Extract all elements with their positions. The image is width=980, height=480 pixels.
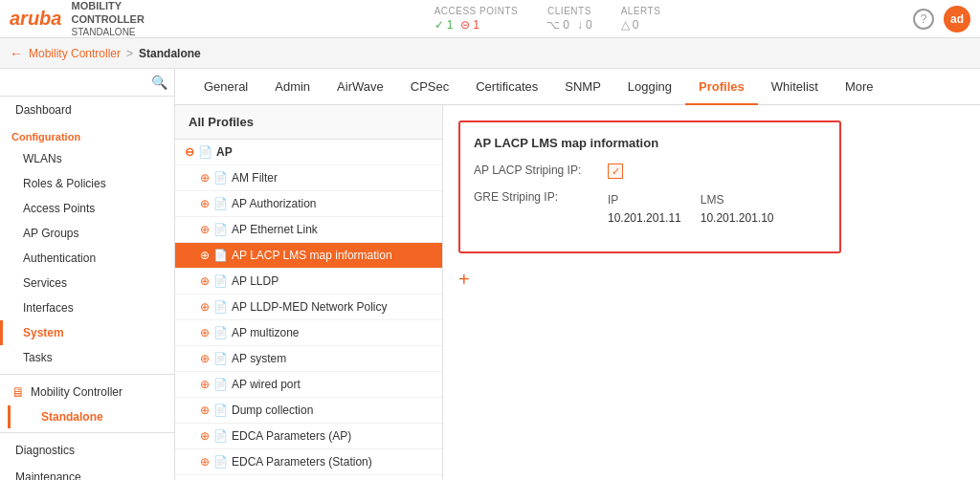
detail-row-gre: GRE Striping IP: IP LMS [474, 190, 826, 227]
diagnostics-label: Diagnostics [15, 444, 75, 457]
profile-item-ap-auth[interactable]: ⊕ 📄 AP Authorization [175, 191, 442, 217]
ap-lldp-expand-icon: ⊕ [200, 274, 210, 288]
striping-ip-value: ✓ [608, 164, 623, 179]
search-icon[interactable]: 🔍 [151, 75, 167, 90]
profile-item-ap-lldp[interactable]: ⊕ 📄 AP LLDP [175, 269, 442, 295]
stat-alerts-label: ALERTS [621, 6, 661, 16]
stat-clients-wifi: ⌥ 0 [546, 18, 569, 32]
stat-ap-label: ACCESS POINTS [434, 6, 519, 16]
ap-eth-folder-icon: 📄 [213, 223, 228, 236]
tab-certificates[interactable]: Certificates [462, 70, 551, 105]
ap-auth-expand-icon: ⊕ [200, 197, 210, 210]
profile-edca-sta-label: EDCA Parameters (Station) [232, 455, 372, 469]
profile-ap-multizone-label: AP multizone [232, 326, 299, 339]
tab-airwave[interactable]: AirWave [323, 70, 397, 105]
profile-item-ap[interactable]: ⊖ 📄 AP [175, 140, 442, 165]
main-layout: 🔍 Dashboard Configuration WLANs Roles & … [0, 69, 980, 480]
tab-admin[interactable]: Admin [261, 70, 323, 105]
ap-wired-folder-icon: 📄 [213, 378, 228, 391]
profiles-header: All Profiles [175, 105, 442, 140]
profile-am-filter-label: AM Filter [232, 171, 278, 185]
profile-edca-ap-label: EDCA Parameters (AP) [232, 429, 351, 443]
tab-profiles[interactable]: Profiles [685, 70, 758, 105]
header-stats: ACCESS POINTS ✓ 1 ⊝ 1 CLIENTS ⌥ 0 [182, 6, 913, 32]
gre-table: IP LMS 10.201.201.11 10.201.201.10 [608, 190, 793, 227]
breadcrumb-separator: > [126, 47, 133, 60]
controller-title: MOBILITY CONTROLLER [71, 0, 182, 26]
sidebar-mobility-controller[interactable]: 🖥 Mobility Controller [0, 379, 174, 405]
configuration-label: Configuration [11, 131, 80, 142]
profile-item-ap-wired[interactable]: ⊕ 📄 AP wired port [175, 372, 442, 398]
tab-logging[interactable]: Logging [614, 70, 685, 105]
striping-ip-checkbox[interactable]: ✓ [608, 164, 623, 179]
sidebar-item-maintenance[interactable]: Maintenance [0, 464, 174, 480]
details-box: AP LACP LMS map information AP LACP Stri… [458, 120, 841, 253]
help-icon[interactable]: ? [913, 9, 934, 30]
dump-expand-icon: ⊕ [200, 404, 210, 417]
back-arrow[interactable]: ← [10, 46, 23, 61]
sidebar-section-configuration: Configuration [0, 123, 174, 146]
profile-item-ap-multizone[interactable]: ⊕ 📄 AP multizone [175, 320, 442, 346]
sidebar-item-tasks[interactable]: Tasks [0, 345, 174, 370]
tab-snmp[interactable]: SNMP [551, 70, 614, 105]
alert-icon: △ [621, 18, 630, 32]
mc-icon: 🖥 [11, 384, 25, 400]
profile-item-mu-edca[interactable]: ⊕ 📄 MU EDCA Parameters [175, 475, 442, 480]
user-avatar[interactable]: ad [944, 6, 970, 33]
dashboard-label: Dashboard [15, 103, 72, 117]
search-input[interactable] [8, 76, 151, 89]
clients-wired-count: 0 [586, 18, 592, 32]
breadcrumb-parent[interactable]: Mobility Controller [29, 47, 121, 60]
sidebar-item-dashboard[interactable]: Dashboard [0, 97, 174, 123]
add-button[interactable]: + [458, 269, 470, 291]
ap-system-expand-icon: ⊕ [200, 352, 210, 365]
profile-ap-label: AP [216, 145, 233, 159]
sidebar-item-diagnostics[interactable]: Diagnostics [0, 437, 174, 464]
detail-row-striping-ip: AP LACP Striping IP: ✓ [474, 164, 826, 179]
profile-item-ap-system[interactable]: ⊕ 📄 AP system [175, 346, 442, 372]
profile-item-ap-lldp-med[interactable]: ⊕ 📄 AP LLDP-MED Network Policy [175, 295, 442, 320]
sidebar-item-wlans[interactable]: WLANs [0, 146, 174, 171]
sidebar-standalone[interactable]: Standalone [8, 405, 174, 428]
sidebar-item-access-points[interactable]: Access Points [0, 196, 174, 221]
ap-eth-expand-icon: ⊕ [200, 223, 210, 236]
tab-more[interactable]: More [832, 70, 887, 105]
profile-item-am-filter[interactable]: ⊕ 📄 AM Filter [175, 165, 442, 191]
ap-ok-count: 1 [447, 18, 454, 32]
profiles-panel: All Profiles ⊖ 📄 AP ⊕ 📄 AM Filter ⊕ 📄 AP… [175, 105, 443, 480]
content-area: General Admin AirWave CPSec Certificates… [175, 69, 980, 480]
ap-wired-expand-icon: ⊕ [200, 378, 210, 391]
tab-general[interactable]: General [190, 70, 261, 105]
profile-item-edca-sta[interactable]: ⊕ 📄 EDCA Parameters (Station) [175, 449, 442, 475]
edca-ap-expand-icon: ⊕ [200, 429, 210, 443]
stat-alerts-count: △ 0 [621, 18, 639, 32]
gre-col-ip: IP [608, 190, 701, 209]
profile-item-ap-lacp[interactable]: ⊕ 📄 AP LACP LMS map information [175, 243, 442, 269]
stat-ap-values: ✓ 1 ⊝ 1 [434, 18, 519, 32]
stat-clients-label: CLIENTS [546, 6, 591, 16]
profile-item-dump[interactable]: ⊕ 📄 Dump collection [175, 398, 442, 424]
profile-ap-auth-label: AP Authorization [232, 197, 317, 210]
profile-item-ap-ethernet[interactable]: ⊕ 📄 AP Ethernet Link [175, 217, 442, 243]
breadcrumb: ← Mobility Controller > Standalone [0, 38, 980, 69]
sidebar-item-authentication[interactable]: Authentication [0, 246, 174, 271]
gre-row-1: 10.201.201.11 10.201.201.10 [608, 209, 793, 227]
sidebar-item-roles[interactable]: Roles & Policies [0, 171, 174, 196]
tab-cpsec[interactable]: CPSec [397, 70, 462, 105]
sidebar-search-container: 🔍 [0, 69, 174, 97]
sidebar-item-system[interactable]: System [0, 320, 174, 345]
ap-lacp-folder-icon: 📄 [213, 249, 228, 262]
sidebar-item-ap-groups[interactable]: AP Groups [0, 221, 174, 246]
edca-sta-expand-icon: ⊕ [200, 455, 210, 469]
check-icon: ✓ [434, 18, 444, 32]
tab-whitelist[interactable]: Whitelist [758, 70, 832, 105]
striping-ip-label: AP LACP Striping IP: [474, 164, 608, 177]
ap-lldp-folder-icon: 📄 [213, 274, 228, 288]
sidebar-item-interfaces[interactable]: Interfaces [0, 295, 174, 320]
stat-access-points: ACCESS POINTS ✓ 1 ⊝ 1 [434, 6, 519, 32]
sidebar-item-services[interactable]: Services [0, 271, 174, 295]
profile-item-edca-ap[interactable]: ⊕ 📄 EDCA Parameters (AP) [175, 424, 442, 449]
tab-bar: General Admin AirWave CPSec Certificates… [175, 69, 980, 105]
profile-ap-wired-label: AP wired port [232, 378, 301, 391]
am-filter-expand-icon: ⊕ [200, 171, 210, 185]
